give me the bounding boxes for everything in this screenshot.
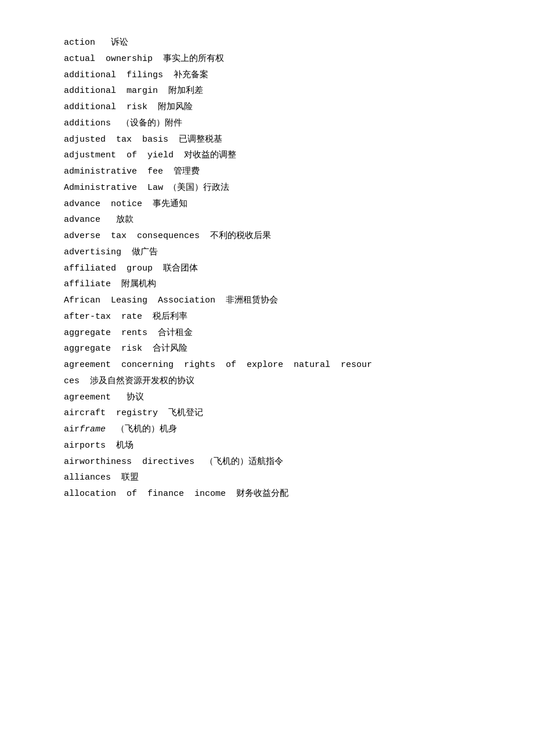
entry-english: allocation of finance income [64,489,226,499]
entry-english: additions [64,118,111,128]
entry-english: agreement [64,393,111,402]
entry-spacing [142,344,153,354]
entry-english: advertising [64,247,121,257]
list-item: airframe （飞机的）机身 [64,422,511,438]
entry-chinese: 合计风险 [153,344,187,354]
entry-spacing [147,328,158,338]
entry-chinese: 机场 [116,441,134,451]
entry-chinese: 已调整税基 [179,135,222,145]
entry-spacing [121,247,132,257]
entry-english: action [64,38,95,48]
entry-chinese: 不利的税收后果 [210,231,271,241]
entry-chinese: 对收益的调整 [184,150,236,160]
list-item: African Leasing Association 非洲租赁协会 [64,293,511,309]
entry-chinese: 税后利率 [153,312,187,322]
entry-spacing [215,296,226,305]
entry-chinese: 诉讼 [111,38,128,48]
entry-chinese: （飞机的）机身 [116,424,177,434]
entry-spacing [100,215,116,225]
entry-chinese: 事实上的所有权 [163,54,224,64]
entry-english: affiliated group [64,264,153,273]
entry-english: aggregate rents [64,328,147,338]
entry-chinese: 财务收益分配 [236,489,288,499]
list-item: additional filings 补充备案 [64,67,511,84]
list-item: after-tax rate 税后利率 [64,309,511,325]
entry-chinese: 补充备案 [174,70,208,80]
entry-english: Administrative Law [64,183,163,193]
list-item: affiliated group 联合团体 [64,261,511,277]
list-item: actual ownership 事实上的所有权 [64,51,511,67]
list-item: additional risk 附加风险 [64,99,511,116]
entry-english: airworthiness directives [64,457,194,467]
entry-spacing [106,441,116,451]
list-item: agreement concerning rights of explore n… [64,357,511,390]
list-item: aircraft registry 飞机登记 [64,405,511,422]
entry-english: additional risk [64,102,147,112]
list-item: adverse tax consequences 不利的税收后果 [64,228,511,244]
entry-english: adverse tax consequences [64,231,200,241]
entry-spacing [163,183,168,193]
entry-english: airports [64,441,106,451]
list-item: allocation of finance income 财务收益分配 [64,486,511,502]
entry-english: advance notice [64,199,142,209]
entry-spacing [226,489,236,499]
entry-english: after-tax rate [64,312,142,322]
entry-english: aircraft registry [64,408,158,418]
entry-english: administrative fee [64,167,163,177]
list-item: alliances 联盟 [64,470,511,486]
list-item: aggregate risk 合计风险 [64,341,511,357]
list-item: adjusted tax basis 已调整税基 [64,132,511,148]
list-item: advance 放款 [64,212,511,228]
entry-english: affiliate [64,279,111,289]
entry-spacing [142,199,153,209]
entry-chinese: 飞机登记 [168,408,203,418]
entry-chinese: 事先通知 [153,199,187,209]
entry-spacing [111,393,127,402]
entry-chinese: 附加风险 [158,102,193,112]
entry-spacing [158,408,168,418]
list-item: agreement 协议 [64,390,511,406]
entry-chinese: 联合团体 [163,264,198,273]
list-item: action 诉讼 [64,35,511,51]
entry-spacing [163,167,174,177]
entry-chinese: 做广告 [132,247,158,257]
entry-spacing [163,70,174,80]
entry-spacing [194,457,205,467]
entry-chinese: 放款 [116,215,134,225]
entry-english: alliances [64,473,111,483]
entry-spacing [111,118,121,128]
entry-spacing [168,135,179,145]
entry-english: airframe [64,424,106,434]
entry-chinese: （美国）行政法 [168,183,229,193]
main-content: action 诉讼actual ownership 事实上的所有权additio… [0,35,534,502]
entry-english: additional margin [64,86,158,96]
entry-spacing [95,38,111,48]
list-item: airworthiness directives （飞机的）适航指令 [64,454,511,470]
list-item: adjustment of yield 对收益的调整 [64,147,511,164]
entry-english: actual ownership [64,54,153,64]
list-item: advertising 做广告 [64,244,511,261]
entry-english: African Leasing Association [64,296,215,305]
entry-chinese: 非洲租赁协会 [226,296,278,305]
list-item: aggregate rents 合计租金 [64,325,511,341]
entry-chinese: （设备的）附件 [121,118,182,128]
entry-spacing [174,150,184,160]
list-item: administrative fee 管理费 [64,164,511,180]
entry-continuation: ces 涉及自然资源开发权的协议 [64,376,194,386]
entry-spacing [158,86,168,96]
list-item: Administrative Law （美国）行政法 [64,180,511,196]
entry-english: adjusted tax basis [64,135,168,145]
entry-chinese: 附加利差 [168,86,203,96]
entry-spacing [111,473,121,483]
entry-chinese: 联盟 [121,473,139,483]
entry-spacing [153,264,163,273]
list-item: advance notice 事先通知 [64,196,511,213]
entry-spacing [200,231,210,241]
entry-chinese: 协议 [127,393,144,402]
entry-chinese: （飞机的）适航指令 [205,457,283,467]
entry-chinese: 管理费 [174,167,200,177]
entry-spacing [111,279,121,289]
entry-spacing [147,102,158,112]
list-item: airports 机场 [64,438,511,454]
entry-english: adjustment of yield [64,150,174,160]
